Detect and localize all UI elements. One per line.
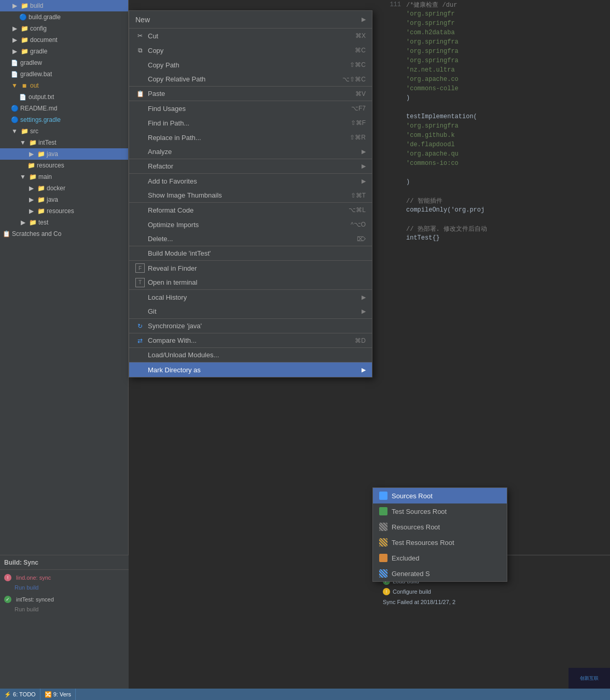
tree-item-out[interactable]: ▼ ■ out — [0, 80, 128, 91]
warning-icon: ! — [383, 588, 390, 595]
expand-icon: ▶ — [27, 150, 35, 158]
menu-item-thumbnails[interactable]: Show Image Thumbnails ⇧⌘T — [129, 188, 372, 203]
menu-item-reveal-finder[interactable]: F Reveal in Finder — [129, 261, 372, 275]
menu-item-find-in-path[interactable]: Find in Path... ⇧⌘F — [129, 116, 372, 130]
toolbar-item-version[interactable]: 🔀 9: Vers — [40, 689, 76, 700]
submenu-item-test-resources-root[interactable]: Test Resources Root — [373, 535, 507, 550]
folder-orange-icon: ■ — [20, 81, 29, 90]
git-arrow-icon: ▶ — [362, 308, 366, 315]
menu-item-refactor[interactable]: Refactor ▶ — [129, 159, 372, 174]
code-line-8: 'nz.net.ultra — [379, 65, 610, 75]
tree-item-gradle[interactable]: ▶ 📁 gradle — [0, 46, 128, 57]
tree-item-build[interactable]: ▶ 📁 build — [0, 0, 128, 11]
new-label: New — [135, 16, 359, 24]
tree-item-src[interactable]: ▼ 📁 src — [0, 125, 128, 137]
submenu-label-test-resources-root: Test Resources Root — [392, 539, 454, 547]
build-item-run-build-1[interactable]: Run build — [0, 583, 129, 592]
tree-item-docker[interactable]: ▶ 📁 docker — [0, 183, 128, 194]
build-item-inttest[interactable]: ✓ intTest: synced — [0, 594, 129, 605]
menu-item-find-usages[interactable]: Find Usages ⌥F7 — [129, 101, 372, 116]
local-history-icon — [135, 292, 145, 302]
menu-item-delete[interactable]: Delete... ⌦ — [129, 232, 372, 246]
tree-label: config — [30, 25, 47, 32]
expand-icon: ▶ — [19, 218, 27, 227]
tree-label: java — [47, 196, 58, 203]
tree-item-resources-inttest[interactable]: 📁 resources — [0, 160, 128, 171]
menu-item-local-history[interactable]: Local History ▶ — [129, 290, 372, 304]
submenu-label-test-sources-root: Test Sources Root — [392, 508, 447, 515]
menu-item-new[interactable]: New ▶ — [129, 11, 372, 29]
code-line-13: testImplementation( — [379, 112, 610, 121]
tree-item-document[interactable]: ▶ 📁 document — [0, 34, 128, 46]
terminal-icon: T — [135, 278, 145, 287]
menu-item-mark-directory[interactable]: Mark Directory as ▶ — [129, 362, 372, 377]
expand-icon: ▼ — [19, 173, 27, 181]
menu-item-reformat[interactable]: Reformat Code ⌥⌘L — [129, 203, 372, 217]
menu-item-copy-relative-path[interactable]: Copy Relative Path ⌥⇧⌘C — [129, 72, 372, 87]
expand-icon: ▶ — [10, 36, 19, 44]
toolbar-label-version: 🔀 9: Vers — [45, 691, 71, 698]
menu-item-cut[interactable]: ✂ Cut ⌘X — [129, 29, 372, 43]
folder-icon: 📁 — [20, 24, 29, 33]
menu-item-build-module[interactable]: Build Module 'intTest' — [129, 246, 372, 261]
menu-item-open-terminal[interactable]: T Open in terminal — [129, 275, 372, 290]
tree-item-readme[interactable]: 🔵 README.md — [0, 103, 128, 114]
file-icon: 📄 — [19, 93, 27, 101]
menu-item-copy[interactable]: ⧉ Copy ⌘C — [129, 43, 372, 58]
expand-icon: ▶ — [27, 184, 35, 192]
test-resources-root-icon — [379, 538, 387, 547]
tree-item-config[interactable]: ▶ 📁 config — [0, 23, 128, 34]
menu-item-paste[interactable]: 📋 Paste ⌘V — [129, 87, 372, 101]
submenu-item-test-sources-root[interactable]: Test Sources Root — [373, 503, 507, 519]
tree-item-gradlew[interactable]: 📄 gradlew — [0, 57, 128, 68]
toolbar-item-todo[interactable]: ⚡ 6: TODO — [0, 689, 40, 700]
code-line-2: 'org.springfr — [379, 9, 610, 19]
menu-item-replace-in-path[interactable]: Replace in Path... ⇧⌘R — [129, 130, 372, 145]
menu-item-compare[interactable]: ⇄ Compare With... ⌘D — [129, 333, 372, 348]
tree-item-java-main[interactable]: ▶ 📁 java — [0, 194, 128, 205]
tree-item-resources-main[interactable]: ▶ 📁 resources — [0, 205, 128, 217]
submenu-label-sources-root: Sources Root — [392, 492, 433, 500]
tree-item-scratches[interactable]: 📋 Scratches and Co — [0, 228, 128, 240]
build-item-lind[interactable]: ! lind.one: sync — [0, 572, 129, 583]
submenu-item-generated[interactable]: Generated S — [373, 566, 507, 581]
build-item-run-build-2[interactable]: Run build — [0, 605, 129, 613]
delete-icon — [135, 234, 145, 244]
menu-item-optimize-imports[interactable]: Optimize Imports ^⌥O — [129, 217, 372, 232]
menu-item-copy-path[interactable]: Copy Path ⇧⌘C — [129, 58, 372, 72]
build-item-label: lind.one: sync — [16, 575, 51, 581]
expand-icon: ▶ — [10, 2, 19, 10]
code-line-22: // 智能插件 — [379, 196, 610, 205]
code-line-3: 'org.springfr — [379, 19, 610, 28]
scissors-icon: ✂ — [135, 31, 145, 40]
submenu-item-excluded[interactable]: Excluded — [373, 550, 507, 566]
menu-item-load-modules[interactable]: Load/Unload Modules... — [129, 348, 372, 362]
log-text: Configure build — [393, 589, 431, 595]
code-line-4: 'com.h2databa — [379, 28, 610, 37]
tree-item-inttest[interactable]: ▼ 📁 intTest — [0, 137, 128, 148]
mark-dir-icon — [135, 365, 145, 374]
submenu-item-sources-root[interactable]: Sources Root — [373, 488, 507, 503]
tree-item-test[interactable]: ▶ 📁 test — [0, 217, 128, 228]
menu-item-analyze[interactable]: Analyze ▶ — [129, 145, 372, 159]
code-line-7: 'org.springfra — [379, 56, 610, 65]
log-line-5: Sync Failed at 2018/11/27, 2 — [379, 597, 610, 607]
folder-icon: 📁 — [29, 218, 37, 227]
tree-item-java-inttest[interactable]: ▶ 📁 java — [0, 148, 128, 160]
menu-item-git[interactable]: Git ▶ — [129, 304, 372, 319]
code-line-20: ) — [379, 177, 610, 187]
menu-item-synchronize[interactable]: ↻ Synchronize 'java' — [129, 319, 372, 333]
submenu-item-resources-root[interactable]: Resources Root — [373, 519, 507, 535]
code-line-9: 'org.apache.co — [379, 75, 610, 84]
tree-item-output[interactable]: 📄 output.txt — [0, 91, 128, 103]
tree-item-settings-gradle[interactable]: 🔵 settings.gradle — [0, 114, 128, 125]
copy-path-icon — [135, 60, 145, 69]
tree-label: gradlew.bat — [20, 71, 52, 78]
tree-item-build-gradle[interactable]: 🔵 build.gradle — [0, 11, 128, 23]
tree-item-gradlew-bat[interactable]: 📄 gradlew.bat — [0, 68, 128, 80]
build-panel: Build: Sync ! lind.one: sync Run build ✓… — [0, 555, 129, 700]
menu-item-add-favorites[interactable]: Add to Favorites ▶ — [129, 174, 372, 188]
find-usages-icon — [135, 104, 145, 113]
tree-item-main[interactable]: ▼ 📁 main — [0, 171, 128, 183]
code-line-17: 'org.apache.qu — [379, 149, 610, 159]
